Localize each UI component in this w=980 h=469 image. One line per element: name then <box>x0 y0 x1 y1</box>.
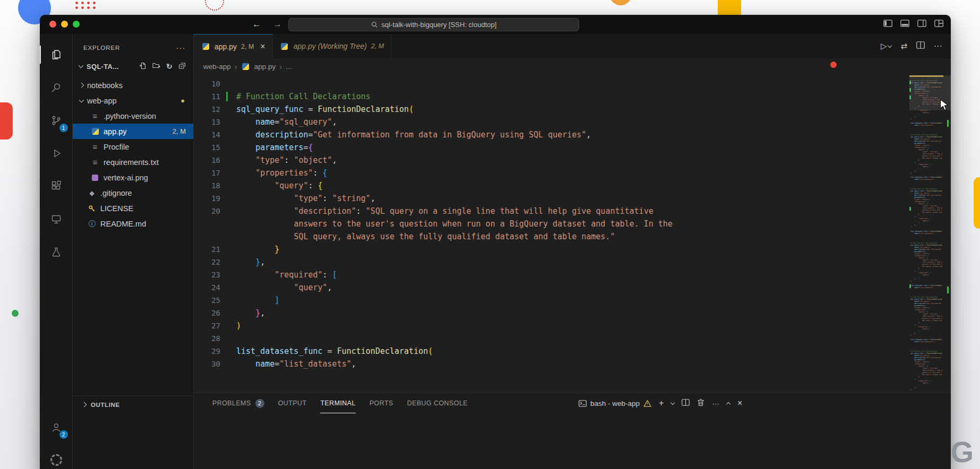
tree-item-vertex-ai.png[interactable]: vertex-ai.png <box>73 170 193 185</box>
code-row[interactable]: 22 }, <box>194 256 909 268</box>
readme-info-icon: i <box>87 220 97 227</box>
line-number: 11 <box>194 90 220 103</box>
code-row[interactable]: 20 "description": "SQL query on a single… <box>194 205 909 218</box>
history-nav: ← → <box>252 15 282 34</box>
chevron-right-icon <box>79 83 84 88</box>
collapse-folders-icon[interactable] <box>178 62 186 71</box>
code-row[interactable]: 14 description="Get information from dat… <box>194 128 909 141</box>
close-panel-icon[interactable]: × <box>737 398 742 408</box>
code-row[interactable]: 18 "query": { <box>194 179 909 192</box>
customize-layout-icon[interactable] <box>934 20 943 29</box>
panel-tab-problems[interactable]: PROBLEMS2 <box>212 393 264 413</box>
code-row[interactable]: 19 "type": "string", <box>194 192 909 205</box>
overview-ruler-mark <box>947 120 949 127</box>
run-debug-activity-icon[interactable] <box>40 137 73 170</box>
code-row[interactable]: 23 "required": [ <box>194 268 909 281</box>
gutter <box>220 319 236 332</box>
tree-item-app.py[interactable]: app.py2, M <box>73 124 193 139</box>
code-row[interactable]: 10 <box>194 77 909 90</box>
code-row[interactable]: 30 name="list_datasets", <box>194 358 909 370</box>
tree-item-web-app[interactable]: web-app● <box>73 93 193 108</box>
code-row[interactable]: 26 }, <box>194 307 909 319</box>
code-row[interactable]: 25 ] <box>194 294 909 307</box>
close-tab-icon[interactable]: × <box>260 42 265 51</box>
python-file-icon <box>90 128 100 135</box>
tree-item-.gitignore[interactable]: ◆.gitignore <box>73 185 193 201</box>
code-text: list_datasets_func = FunctionDeclaration… <box>236 345 433 358</box>
kill-terminal-icon[interactable] <box>697 398 704 408</box>
close-window-button[interactable] <box>49 21 56 28</box>
code-row[interactable]: 24 "query", <box>194 281 909 294</box>
zoom-window-button[interactable] <box>73 21 80 28</box>
code-row[interactable]: 12sql_query_func = FunctionDeclaration( <box>194 103 909 116</box>
split-terminal-icon[interactable] <box>682 399 690 407</box>
maximize-panel-icon[interactable] <box>726 402 730 406</box>
command-center[interactable]: sql-talk-with-bigquery [SSH: cloudtop] <box>288 18 579 31</box>
deco-red-pill <box>0 102 13 140</box>
tree-item-LICENSE[interactable]: LICENSE <box>73 201 193 216</box>
code-row[interactable]: SQL query, always use the fully qualifie… <box>194 230 909 243</box>
toggle-sidebar-icon[interactable] <box>883 20 892 29</box>
accounts-icon[interactable]: 2 <box>40 411 73 444</box>
panel-more-actions-icon[interactable]: ··· <box>712 399 719 407</box>
outline-section[interactable]: OUTLINE <box>73 396 193 413</box>
new-folder-icon[interactable] <box>152 62 160 71</box>
code-row[interactable]: 17 "properties": { <box>194 167 909 179</box>
new-terminal-icon[interactable]: + <box>659 398 664 408</box>
toggle-panel-icon[interactable] <box>900 20 909 29</box>
gutter <box>220 294 236 307</box>
problems-badge: 2 <box>255 399 264 408</box>
panel-tab-terminal[interactable]: TERMINAL <box>320 393 355 413</box>
code-area[interactable]: 1011# Function Call Declarations12sql_qu… <box>194 74 909 393</box>
new-file-icon[interactable] <box>139 62 147 71</box>
gutter <box>220 205 236 218</box>
tree-item-README.md[interactable]: iREADME.md <box>73 216 193 231</box>
editor-more-actions-icon[interactable]: ··· <box>934 41 942 51</box>
source-control-activity-icon[interactable]: 1 <box>40 104 73 137</box>
code-row[interactable]: 28 <box>194 332 909 345</box>
breadcrumb-file[interactable]: app.py <box>254 63 276 71</box>
titlebar: ← → sql-talk-with-bigquery [SSH: cloudto… <box>40 15 951 34</box>
code-row[interactable]: answers to the user's question when run … <box>194 218 909 230</box>
project-root[interactable]: SQL-TA... ↻ <box>73 59 193 73</box>
minimap[interactable]: # Function Call Declarationssql_query_fu… <box>909 74 951 393</box>
editor-tab[interactable]: app.py2, M× <box>194 34 273 58</box>
back-button[interactable]: ← <box>252 19 261 30</box>
run-python-file-button[interactable]: ▷ <box>881 41 892 51</box>
tree-item-Procfile[interactable]: ≡Procfile <box>73 139 193 154</box>
refresh-explorer-icon[interactable]: ↻ <box>166 63 173 70</box>
code-row[interactable]: 21 } <box>194 243 909 256</box>
explorer-activity-icon[interactable] <box>40 38 73 71</box>
extensions-activity-icon[interactable] <box>40 170 73 203</box>
split-editor-icon[interactable] <box>916 41 925 51</box>
code-row[interactable]: 15 parameters={ <box>194 141 909 154</box>
terminal-icon <box>579 400 587 407</box>
sidebar-more-actions-icon[interactable]: ··· <box>176 44 186 52</box>
code-row[interactable]: 27) <box>194 319 909 332</box>
tree-item-.python-version[interactable]: ≡.python-version <box>73 108 193 124</box>
breadcrumb-symbol[interactable]: ... <box>286 63 291 71</box>
code-row[interactable]: 11# Function Call Declarations <box>194 90 909 103</box>
tree-item-requirements.txt[interactable]: ≡requirements.txt <box>73 154 193 170</box>
terminal-instance[interactable]: bash - web-app <box>579 399 651 407</box>
settings-gear-icon[interactable] <box>40 444 73 469</box>
code-row[interactable]: 13 name="sql_query", <box>194 116 909 128</box>
remote-explorer-activity-icon[interactable] <box>40 203 73 236</box>
terminal-dropdown-icon[interactable] <box>670 400 675 404</box>
text-file-icon: ≡ <box>90 111 100 120</box>
code-row[interactable]: 29list_datasets_func = FunctionDeclarati… <box>194 345 909 358</box>
minimize-window-button[interactable] <box>61 21 68 28</box>
editor-tab[interactable]: app.py (Working Tree)2, M <box>273 34 392 58</box>
panel-tab-debug-console[interactable]: DEBUG CONSOLE <box>407 393 468 413</box>
tree-item-notebooks[interactable]: notebooks <box>73 77 193 93</box>
search-activity-icon[interactable] <box>40 71 73 104</box>
breadcrumb-folder[interactable]: web-app <box>203 63 231 71</box>
code-row[interactable]: 16 "type": "object", <box>194 154 909 167</box>
testing-activity-icon[interactable] <box>40 236 73 268</box>
open-changes-icon[interactable]: ⇄ <box>900 41 907 51</box>
forward-button[interactable]: → <box>273 19 282 30</box>
panel-tab-ports[interactable]: PORTS <box>369 393 393 413</box>
panel-tab-output[interactable]: OUTPUT <box>278 393 307 413</box>
git-file-icon: ◆ <box>87 189 97 197</box>
toggle-secondary-sidebar-icon[interactable] <box>917 20 926 29</box>
